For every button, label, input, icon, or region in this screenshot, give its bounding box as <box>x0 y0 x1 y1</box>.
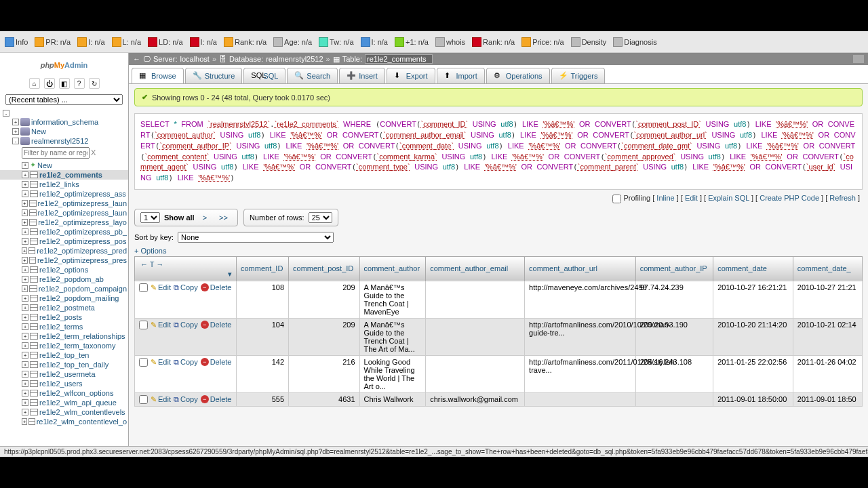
rows-select[interactable]: 25 <box>309 212 332 223</box>
tree-item-label[interactable]: re1le2_terms <box>39 323 83 331</box>
tree-database[interactable]: +New <box>0 127 128 136</box>
tree-table[interactable]: +re1le2_wlfcon_options <box>0 388 128 398</box>
expander-icon[interactable]: + <box>22 409 28 415</box>
tree-table[interactable]: +re1le2_popdom_mailing <box>0 293 128 303</box>
tree-table[interactable]: +re1le2_options <box>0 265 128 274</box>
row-layout-toggle[interactable]: ← T → <box>139 259 232 270</box>
copy-row-button[interactable]: ⧉Copy <box>174 283 198 292</box>
tree-table[interactable]: +re1le2_terms <box>0 322 128 331</box>
expander-icon[interactable]: + <box>22 162 28 169</box>
tree-database[interactable]: +information_schema <box>0 117 128 127</box>
page-select[interactable]: 1 <box>140 212 160 223</box>
next-page-button[interactable]: > <box>199 212 211 223</box>
expander-icon[interactable]: + <box>22 200 28 207</box>
reload-icon[interactable]: ↻ <box>89 78 100 89</box>
last-page-button[interactable]: >> <box>215 212 232 223</box>
sql-query-icon[interactable]: ◧ <box>59 78 70 89</box>
seo-item[interactable]: Diagnosis <box>611 37 658 47</box>
tree-table[interactable]: +re1le2_wlm_api_queue <box>0 398 128 407</box>
tree-table[interactable]: +✦New <box>0 160 128 170</box>
expander-icon[interactable]: + <box>22 266 28 273</box>
refresh-link[interactable]: Refresh <box>829 194 856 202</box>
copy-row-button[interactable]: ⧉Copy <box>174 358 198 367</box>
tree-table[interactable]: +re1le2_optimizepress_pred <box>0 246 128 256</box>
tab-triggers[interactable]: ⚡Triggers <box>551 68 606 83</box>
tab-operations[interactable]: ⚙Operations <box>486 68 550 83</box>
edit-row-button[interactable]: ✎Edit <box>151 283 171 292</box>
edit-row-button[interactable]: ✎Edit <box>151 358 171 367</box>
sort-key-select[interactable]: None <box>178 232 334 243</box>
seo-item[interactable]: I: n/a <box>359 37 390 47</box>
edit-row-button[interactable]: ✎Edit <box>151 321 171 329</box>
tree-item-label[interactable]: re1le2_comments <box>39 171 102 179</box>
expander-icon[interactable]: + <box>22 181 28 188</box>
seo-item[interactable]: I: n/a <box>75 37 106 47</box>
tree-item-label[interactable]: re1le2_wlm_api_queue <box>39 399 117 407</box>
expander-icon[interactable]: + <box>22 209 28 216</box>
tree-item-label[interactable]: re1le2_top_ten <box>39 351 89 359</box>
tab-browse[interactable]: ▦Browse <box>132 68 184 83</box>
tree-table[interactable]: +re1le2_postmeta <box>0 303 128 312</box>
expander-icon[interactable]: + <box>22 257 28 264</box>
tree-table[interactable]: +re1le2_optimizepress_pos <box>0 237 128 246</box>
seo-item[interactable]: Age: n/a <box>271 37 314 47</box>
seo-item[interactable]: Price: n/a <box>519 37 566 47</box>
expander-icon[interactable]: + <box>22 247 27 254</box>
expander-icon[interactable]: + <box>22 276 28 283</box>
tree-table[interactable]: +re1le2_optimizepress_layo <box>0 218 128 227</box>
column-header[interactable]: comment_author_url <box>525 256 636 281</box>
seo-item[interactable]: LD: n/a <box>146 37 184 47</box>
copy-row-button[interactable]: ⧉Copy <box>174 321 198 329</box>
tree-item-label[interactable]: re1le2_users <box>39 380 83 388</box>
tree-item-label[interactable]: re1le2_optimizepress_pres <box>37 256 127 264</box>
seo-item[interactable]: +1: n/a <box>393 37 431 47</box>
docs-icon[interactable]: ? <box>74 78 85 89</box>
tree-table[interactable]: +re1le2_top_ten_daily <box>0 360 128 369</box>
tree-item-label[interactable]: realmenrstyl2512 <box>31 137 88 145</box>
tree-item-label[interactable]: re1le2_posts <box>39 313 82 321</box>
tree-item-label[interactable]: re1le2_optimizepress_pb_ <box>39 228 127 236</box>
expander-icon[interactable]: + <box>22 352 28 359</box>
tab-structure[interactable]: 🔧Structure <box>185 68 243 83</box>
tree-table[interactable]: +re1le2_optimizepress_pres <box>0 256 128 265</box>
column-header[interactable]: comment_post_ID <box>289 256 360 281</box>
column-header[interactable]: comment_date <box>713 256 793 281</box>
delete-row-button[interactable]: −Delete <box>201 358 232 366</box>
seo-item[interactable]: Info <box>3 37 30 47</box>
tree-table[interactable]: +re1le2_top_ten <box>0 350 128 360</box>
row-checkbox[interactable] <box>139 321 148 329</box>
clear-filter-icon[interactable]: X <box>90 148 97 157</box>
tree-table[interactable]: +re1le2_posts <box>0 312 128 322</box>
row-checkbox[interactable] <box>139 358 148 367</box>
expander-icon[interactable]: + <box>22 342 28 349</box>
row-checkbox[interactable] <box>139 283 148 292</box>
tree-table[interactable]: +re1le2_wlm_contentlevels <box>0 407 128 417</box>
tree-item-label[interactable]: re1le2_optimizepress_pos <box>39 237 126 245</box>
profiling-checkbox[interactable] <box>612 195 621 203</box>
tree-item-label[interactable]: re1le2_optimizepress_ass <box>39 190 126 198</box>
seo-item[interactable]: Tw: n/a <box>317 37 355 47</box>
expander-icon[interactable]: + <box>22 361 28 368</box>
seo-item[interactable]: PR: n/a <box>33 37 73 47</box>
column-header[interactable]: comment_author_IP <box>635 256 713 281</box>
tree-table[interactable]: +re1le2_comments <box>0 170 128 180</box>
expander-icon[interactable]: + <box>22 371 28 378</box>
expander-icon[interactable]: + <box>22 228 28 235</box>
explain-sql-link[interactable]: Explain SQL <box>708 194 749 202</box>
tree-table[interactable]: +re1le2_optimizepress_ass <box>0 189 128 199</box>
action-column-header[interactable]: ← T →▾ <box>135 256 237 281</box>
expander-icon[interactable]: + <box>22 304 28 311</box>
seo-item[interactable]: whois <box>433 37 467 47</box>
tree-item-label[interactable]: re1le2_postmeta <box>39 304 95 312</box>
tree-item-label[interactable]: re1le2_links <box>39 180 79 188</box>
tree-table[interactable]: +re1le2_wlm_contentlevel_o <box>0 417 128 426</box>
seo-item[interactable]: I: n/a <box>188 37 219 47</box>
expander-icon[interactable]: + <box>22 333 28 340</box>
tab-import[interactable]: ⬆Import <box>437 68 485 83</box>
tree-table[interactable]: +re1le2_optimizepress_laun <box>0 199 128 208</box>
expander-icon[interactable]: + <box>22 295 28 302</box>
tree-item-label[interactable]: re1le2_usermeta <box>39 370 96 378</box>
edit-row-button[interactable]: ✎Edit <box>151 395 171 404</box>
column-header[interactable]: comment_author <box>359 256 426 281</box>
expander-icon[interactable]: + <box>22 238 28 245</box>
